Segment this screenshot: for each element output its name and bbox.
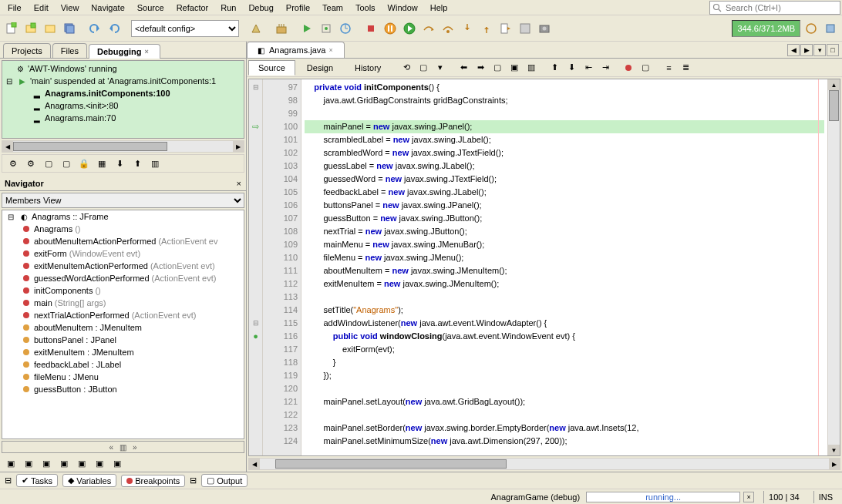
- member-row[interactable]: Anagrams(): [2, 223, 244, 235]
- variables-button[interactable]: ⬆: [130, 156, 145, 171]
- subtab-source[interactable]: Source: [248, 60, 295, 76]
- clean-build-button[interactable]: [273, 20, 290, 37]
- call-stack-button[interactable]: ▦: [94, 156, 109, 171]
- scroll-up-icon[interactable]: ▲: [828, 79, 840, 90]
- debug-thread-tree[interactable]: ⚙'AWT-Windows' running ⊟▶'main' suspende…: [2, 60, 244, 139]
- stack-frame-0[interactable]: Anagrams.initComponents:100: [45, 89, 170, 98]
- member-row[interactable]: exitMenuItem : JMenuItem: [2, 346, 244, 358]
- collapse-icon[interactable]: ⊟: [5, 211, 16, 222]
- profile-button[interactable]: [337, 20, 354, 37]
- menu-source[interactable]: Source: [131, 2, 170, 14]
- subtab-history[interactable]: History: [345, 60, 391, 76]
- member-row[interactable]: aboutMenuItemActionPerformed(ActionEvent…: [2, 235, 244, 247]
- code-editor[interactable]: ⊟⇨⊟● 97989910010110210310410510610710810…: [248, 79, 840, 456]
- ide-log-button[interactable]: [822, 20, 839, 37]
- apply-code-button[interactable]: [517, 20, 534, 37]
- filter-4[interactable]: ▣: [56, 455, 72, 471]
- open-button[interactable]: [42, 20, 59, 37]
- member-row[interactable]: guessedWordActionPerformed(ActionEvent e…: [2, 272, 244, 284]
- menu-view[interactable]: View: [55, 2, 86, 14]
- redo-button[interactable]: [106, 20, 123, 37]
- filter-3[interactable]: ▣: [39, 455, 54, 471]
- nav-scroll-controls[interactable]: «▥»: [2, 441, 244, 453]
- global-search[interactable]: [709, 1, 840, 15]
- step-into-button[interactable]: [459, 20, 476, 37]
- editor-btn-1[interactable]: ⟲: [399, 60, 414, 76]
- threads-button[interactable]: ▢: [59, 156, 74, 171]
- find-next-button[interactable]: ➡: [473, 60, 488, 76]
- memory-status[interactable]: 344.6/371.2MB: [732, 20, 800, 37]
- thread-main[interactable]: 'main' suspended at 'Anagrams.initCompon…: [30, 76, 216, 86]
- sources-button[interactable]: 🔒: [76, 156, 92, 171]
- tab-projects[interactable]: Projects: [3, 43, 51, 58]
- pause-button[interactable]: [382, 20, 399, 37]
- minimize-icon[interactable]: ⊟: [5, 475, 12, 486]
- menu-help[interactable]: Help: [424, 2, 454, 14]
- menu-navigate[interactable]: Navigate: [85, 2, 130, 14]
- menu-window[interactable]: Window: [382, 2, 424, 14]
- uncomment-button[interactable]: ≡: [661, 60, 676, 76]
- thread-awt[interactable]: 'AWT-Windows' running: [28, 64, 117, 73]
- breakpoints-tab[interactable]: Breakpoints: [121, 475, 185, 487]
- search-input[interactable]: [724, 3, 840, 12]
- tab-list-button[interactable]: ▾: [813, 44, 826, 56]
- tab-debugging[interactable]: Debugging×: [89, 44, 160, 59]
- build-button[interactable]: [248, 20, 264, 37]
- menu-tools[interactable]: Tools: [349, 2, 382, 14]
- member-row[interactable]: nextTrialActionPerformed(ActionEvent evt…: [2, 309, 244, 321]
- minimize-icon-2[interactable]: ⊟: [190, 475, 197, 486]
- new-project-button[interactable]: [22, 20, 39, 37]
- find-prev-button[interactable]: ⬅: [456, 60, 471, 76]
- close-icon[interactable]: ×: [144, 48, 152, 55]
- filter-6[interactable]: ▣: [92, 455, 107, 471]
- output-tab[interactable]: ▢Output: [201, 474, 248, 487]
- tab-prev-button[interactable]: ◀: [787, 44, 800, 56]
- menu-debug[interactable]: Debug: [242, 2, 279, 14]
- stack-frame-1[interactable]: Anagrams.<init>:80: [45, 101, 118, 110]
- tasks-tab[interactable]: ✔Tasks: [16, 474, 58, 487]
- toggle-bookmark-button[interactable]: ▥: [524, 60, 539, 76]
- filter-2[interactable]: ▣: [21, 455, 36, 471]
- editor-hscroll[interactable]: ◀▶: [248, 458, 840, 470]
- gc-button[interactable]: [803, 20, 820, 37]
- filter-7[interactable]: ▣: [109, 455, 125, 471]
- menu-file[interactable]: File: [2, 2, 28, 14]
- collapse-icon[interactable]: ⊟: [4, 76, 15, 86]
- finish-debug-button[interactable]: [362, 20, 379, 37]
- menu-run[interactable]: Run: [214, 2, 242, 14]
- next-bookmark-button[interactable]: ⬇: [564, 60, 579, 76]
- watches-button[interactable]: ▥: [147, 156, 163, 171]
- find-selection-button[interactable]: ▢: [490, 60, 505, 76]
- tab-files[interactable]: Files: [52, 43, 87, 58]
- new-breakpoint-button[interactable]: ⚙: [23, 156, 39, 171]
- tab-next-button[interactable]: ▶: [800, 44, 813, 56]
- member-row[interactable]: buttonsPanel : JPanel: [2, 334, 244, 346]
- member-row[interactable]: guessButton : JButton: [2, 383, 244, 395]
- format-button[interactable]: ≣: [678, 60, 693, 76]
- member-row[interactable]: exitForm(WindowEvent evt): [2, 247, 244, 260]
- member-row[interactable]: aboutMenuItem : JMenuItem: [2, 321, 244, 334]
- step-out-button[interactable]: [478, 20, 495, 37]
- toggle-highlight-button[interactable]: ▣: [507, 60, 522, 76]
- member-row[interactable]: initComponents(): [2, 284, 244, 297]
- new-watch-button[interactable]: ⚙: [5, 156, 21, 171]
- config-select[interactable]: <default config>: [131, 20, 239, 37]
- undo-button[interactable]: [86, 20, 103, 37]
- navigator-view-select[interactable]: Members View: [2, 193, 244, 207]
- editor-btn-2[interactable]: ▢: [416, 60, 431, 76]
- save-all-button[interactable]: [61, 20, 78, 37]
- class-node[interactable]: Anagrams :: JFrame: [32, 212, 109, 221]
- navigator-close-icon[interactable]: ×: [237, 179, 241, 188]
- debug-button[interactable]: [318, 20, 335, 37]
- editor-vscroll[interactable]: ▲ ▼: [827, 79, 840, 455]
- glyph-margin[interactable]: ⊟⇨⊟●: [249, 79, 263, 455]
- menu-team[interactable]: Team: [316, 2, 349, 14]
- editor-btn-3[interactable]: ▾: [433, 60, 448, 76]
- subtab-design[interactable]: Design: [297, 60, 343, 76]
- filter-1[interactable]: ▣: [3, 455, 19, 471]
- loaded-classes-button[interactable]: ⬇: [112, 156, 127, 171]
- member-row[interactable]: fileMenu : JMenu: [2, 371, 244, 383]
- variables-tab[interactable]: ◆Variables: [62, 474, 116, 487]
- sessions-button[interactable]: ▢: [41, 156, 56, 171]
- filter-5[interactable]: ▣: [74, 455, 89, 471]
